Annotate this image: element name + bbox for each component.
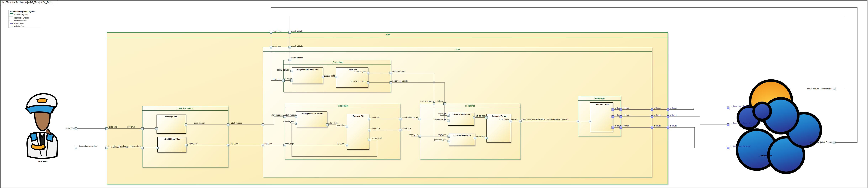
flow-label: target_pos — [402, 127, 411, 129]
start-mission-missionmgt-port[interactable]: → — [283, 115, 286, 118]
flight-plan-missionmgt-port[interactable]: → — [283, 144, 286, 146]
z-thrust-aida-out[interactable] — [666, 126, 669, 129]
environment-label: : Environment — [758, 155, 772, 157]
target-pos-flow[interactable] — [369, 130, 449, 136]
diagram-canvas: ibd [Technical Architecture] AIDA_Tech [… — [0, 0, 868, 189]
target-att-flightmgt-in[interactable]: → — [418, 118, 421, 120]
actual-attitude-uav-top[interactable]: ↓ — [288, 46, 291, 49]
flight-plan-bfp-out[interactable]: → — [185, 144, 188, 146]
perceived-pos-ctrlpos-in[interactable]: → — [447, 140, 450, 142]
flow-label: actual_pos — [272, 78, 281, 80]
target-pos-ctrlpos-in[interactable]: → — [447, 135, 450, 137]
total-thrust-gt-in[interactable]: → — [589, 120, 591, 123]
flow-label: pilot_cmd — [109, 126, 117, 128]
pos-req-ctrlpos-out[interactable]: → — [474, 137, 476, 139]
flow-label: pilot_cmd — [127, 126, 135, 128]
start-flight-rpoi-in[interactable]: → — [346, 126, 348, 128]
x-thrust-aida-out[interactable] — [666, 108, 669, 111]
att-req-compute-in[interactable]: → — [485, 116, 488, 119]
target-att-rpoi-out[interactable]: → — [368, 118, 370, 120]
flight-plan-rpoi-in[interactable]: → — [346, 144, 348, 146]
flow-label: x_thrust — [670, 107, 676, 109]
pilot-cmd-station-port[interactable]: → — [141, 127, 144, 130]
sensed-data-acquire-out[interactable]: → — [321, 76, 324, 78]
actual-pos-aida-top[interactable]: ↓ — [270, 31, 272, 34]
pos-req-compute-in[interactable]: → — [485, 137, 488, 139]
target-att-ctrlatt-in[interactable]: → — [447, 114, 450, 117]
uav-pilot-actor[interactable] — [21, 90, 64, 160]
actual-attitude-perception-top[interactable]: ↓ — [288, 59, 291, 61]
flow-label: sensed_data — [324, 75, 335, 77]
att-req-ctrlatt-out[interactable]: → — [473, 116, 475, 119]
flow-label: target_att — [438, 113, 446, 115]
pilot-cmd-aida-port[interactable]: → — [105, 127, 108, 130]
target-pos-rpoi-out[interactable]: → — [368, 129, 370, 131]
y-thrust-gt-out[interactable] — [612, 115, 614, 118]
perceived-pos-perception-port[interactable]: → — [390, 72, 392, 74]
inspection-bfp-in[interactable]: → — [156, 146, 159, 149]
perceived-pos-flightmgt-top[interactable]: ↓ — [433, 102, 435, 105]
flow-label: target_atttarget_att — [402, 116, 418, 118]
flight-plan-station-port[interactable]: → — [227, 144, 229, 146]
start-mission-mmm-in[interactable]: → — [295, 115, 298, 118]
z-thrust-env-in[interactable] — [727, 146, 730, 149]
perceived-att-ctrlatt-in[interactable]: → — [447, 119, 450, 122]
y-thrust-aida-out[interactable] — [666, 115, 669, 118]
actual-attitude-acquire-in[interactable]: → — [290, 70, 293, 72]
inspection-aida-port[interactable]: → — [105, 146, 108, 149]
sensed-data-fuse-in[interactable]: → — [335, 76, 337, 78]
flow-label: start_mission — [231, 122, 242, 124]
actual-pos-env-out[interactable]: → — [833, 141, 835, 144]
z-thrust-uav-out[interactable] — [651, 126, 653, 129]
z-thrust-gt-out[interactable] — [612, 126, 614, 129]
actual-attitude-env-out[interactable]: → — [833, 88, 835, 90]
flow-label: start_mission — [194, 122, 205, 124]
x-thrust-gt-out[interactable] — [612, 108, 614, 111]
perceived-attitude-flightmgt-top[interactable]: ↓ — [443, 102, 446, 105]
target-pos-flightmgt-in[interactable]: → — [418, 135, 421, 137]
start-mission-hmi-out[interactable]: → — [185, 124, 187, 126]
perceived-attitude-fuse-out[interactable]: → — [367, 81, 369, 84]
x-thrust-uav-out[interactable] — [651, 108, 653, 111]
flow-label: z_thrust : force[newton] — [731, 145, 750, 147]
total-thrust-compute-out[interactable]: → — [509, 120, 512, 123]
flow-label: mission_end — [371, 137, 381, 139]
mission-end-flow[interactable] — [292, 123, 377, 156]
perceived-pos-flow[interactable] — [368, 73, 449, 141]
pilot-cmd-hmi-port[interactable]: → — [155, 127, 158, 130]
mission-end-mmm-in[interactable]: → — [295, 122, 298, 125]
flow-label: inspection_procedure — [79, 145, 97, 147]
actual-pos-uav-top[interactable]: ↓ — [270, 46, 272, 49]
flow-label: total_thrust_command — [499, 118, 518, 120]
total-thrust-propulsion-in[interactable]: → — [577, 120, 579, 123]
flow-label: actual_attitude — [277, 69, 289, 71]
inspection-station-port[interactable]: → — [141, 146, 144, 149]
y-thrust-uav-out[interactable] — [651, 115, 653, 118]
flow-label: start_flight — [330, 122, 338, 124]
start-mission-uav-port[interactable]: → — [261, 124, 264, 126]
y-thrust-flow[interactable] — [613, 117, 728, 125]
inspection-actor-port[interactable]: → — [75, 146, 78, 149]
perceived-pos-fuse-out[interactable]: → — [367, 72, 369, 74]
actual-pos-perception-port[interactable]: → — [282, 79, 285, 82]
z-thrust-flow[interactable] — [613, 127, 728, 148]
start-mission-station-port[interactable]: → — [227, 124, 229, 126]
target-att-missionmgt-out[interactable]: → — [399, 118, 401, 120]
x-thrust-propulsion-out[interactable] — [620, 108, 622, 111]
y-thrust-env-in[interactable] — [727, 124, 730, 126]
pilot-cmd-actor-port[interactable]: → — [75, 127, 78, 130]
actual-pos-acquire-in[interactable]: → — [290, 79, 293, 82]
target-pos-missionmgt-out[interactable]: → — [399, 129, 401, 131]
flow-label: att_req — [479, 115, 485, 117]
total-thrust-flightmgt-out[interactable]: → — [519, 120, 522, 123]
perceived-attitude-perception-port[interactable]: → — [390, 81, 392, 84]
mission-end-rpoi-out[interactable]: → — [368, 139, 370, 141]
flight-plan-uav-port[interactable]: → — [261, 144, 264, 146]
flow-label: actual_pos — [272, 45, 281, 47]
start-flight-mmm-out[interactable]: → — [326, 124, 329, 126]
x-thrust-env-in[interactable] — [727, 107, 730, 109]
actual-attitude-aida-top[interactable]: ↓ — [288, 31, 291, 34]
y-thrust-propulsion-out[interactable] — [620, 115, 622, 118]
z-thrust-propulsion-out[interactable] — [620, 126, 622, 129]
flow-label: target_pos — [371, 127, 380, 129]
